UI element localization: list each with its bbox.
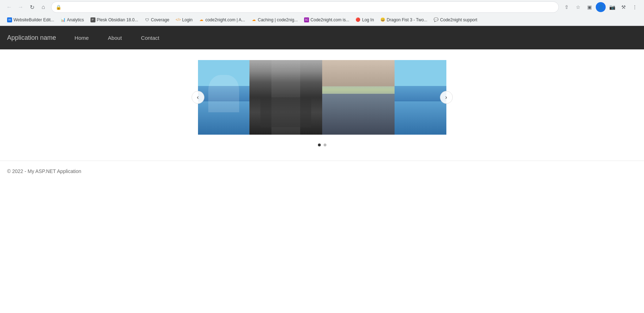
bookmark-code2night2[interactable]: SC Code2night.com is...: [301, 16, 352, 23]
bookmark-dragon[interactable]: 😀 Dragon Fist 3 - Two...: [378, 16, 430, 23]
camera-button[interactable]: 📷: [607, 2, 617, 12]
bookmark-label: Code2night.com is...: [310, 17, 349, 22]
website-content: Application name Home About Contact ‹: [0, 26, 644, 313]
bookmark-label: Plesk Obsidian 18.0...: [97, 17, 138, 22]
reload-button[interactable]: ↻: [27, 2, 37, 12]
favicon-support: 💬: [434, 17, 439, 22]
carousel-dot-1[interactable]: [318, 144, 321, 146]
bookmark-label: Dragon Fist 3 - Two...: [387, 17, 428, 22]
bookmark-label: Coverage: [151, 17, 169, 22]
favicon-dragon: 😀: [380, 17, 385, 22]
footer-text: © 2022 - My ASP.NET Application: [7, 168, 81, 174]
bookmark-coverage[interactable]: 🛡 Coverage: [142, 16, 172, 23]
browser-chrome: ← → ↻ ⌂ 🔒 localhost:44330 ⇧ ☆ ▣ 👤 📷 ⚒ ⋮ …: [0, 0, 644, 26]
site-navbar: Application name Home About Contact: [0, 26, 644, 49]
carousel-container: ‹: [0, 49, 644, 140]
bookmark-login[interactable]: </> Login: [173, 16, 195, 23]
url-input[interactable]: localhost:44330: [64, 5, 554, 10]
share-button[interactable]: ⇧: [562, 2, 572, 12]
favicon-code2night2: SC: [304, 17, 309, 22]
carousel-dots: [0, 140, 644, 153]
favicon-coverage: 🛡: [144, 17, 149, 22]
carousel-images: [198, 60, 446, 135]
bookmark-button[interactable]: ☆: [573, 2, 583, 12]
back-button[interactable]: ←: [4, 2, 14, 12]
nav-link-about[interactable]: About: [104, 32, 126, 44]
carousel-prev-button[interactable]: ‹: [192, 91, 204, 104]
carousel-wrapper: [198, 60, 446, 135]
browser-actions: ⇧ ☆ ▣ 👤 📷 ⚒ ⋮: [562, 2, 640, 12]
nav-buttons: ← → ↻ ⌂: [4, 2, 48, 12]
bookmark-label: Login: [182, 17, 192, 22]
site-footer: © 2022 - My ASP.NET Application: [0, 161, 644, 182]
bookmark-websitebuilder[interactable]: W WebsiteBuilder Edit...: [4, 16, 57, 23]
carousel-next-button[interactable]: ›: [440, 91, 453, 104]
site-brand: Application name: [7, 34, 56, 42]
favicon-websitebuilder: W: [7, 17, 12, 22]
extensions2-button[interactable]: ⚒: [618, 2, 628, 12]
favicon-login: </>: [176, 17, 181, 22]
bookmark-support[interactable]: 💬 Code2night support: [431, 16, 480, 23]
bookmark-analytics[interactable]: 📊 Analytics: [58, 16, 87, 23]
bookmark-login2[interactable]: 🔴 Log In: [353, 16, 376, 23]
bookmark-label: Analytics: [67, 17, 84, 22]
nav-link-home[interactable]: Home: [70, 32, 93, 44]
extensions-button[interactable]: ▣: [584, 2, 594, 12]
carousel-image-3: [322, 60, 395, 135]
forward-button[interactable]: →: [16, 2, 26, 12]
browser-top-bar: ← → ↻ ⌂ 🔒 localhost:44330 ⇧ ☆ ▣ 👤 📷 ⚒ ⋮: [0, 0, 644, 14]
nav-link-contact[interactable]: Contact: [137, 32, 164, 44]
bookmark-label: Log In: [362, 17, 374, 22]
bookmark-code2night1[interactable]: ☁ code2night.com | A...: [196, 16, 248, 23]
home-button[interactable]: ⌂: [38, 2, 48, 12]
bookmark-caching[interactable]: ☁ Caching | code2nig...: [249, 16, 301, 23]
bookmarks-bar: W WebsiteBuilder Edit... 📊 Analytics P P…: [0, 14, 644, 26]
carousel-image-1: [198, 60, 250, 135]
favicon-analytics: 📊: [61, 17, 66, 22]
profile-button[interactable]: 👤: [596, 2, 606, 12]
carousel-image-2: [249, 60, 322, 135]
bookmark-label: WebsiteBuilder Edit...: [13, 17, 54, 22]
carousel-image-4: [395, 60, 446, 135]
favicon-login2: 🔴: [356, 17, 360, 22]
carousel-dot-2[interactable]: [324, 144, 326, 146]
favicon-plesk: P: [90, 17, 95, 22]
bookmark-label: Caching | code2nig...: [258, 17, 298, 22]
bookmark-label: code2night.com | A...: [205, 17, 245, 22]
lock-icon: 🔒: [56, 5, 61, 10]
favicon-code2night1: ☁: [199, 17, 204, 22]
favicon-caching: ☁: [252, 17, 257, 22]
address-bar[interactable]: 🔒 localhost:44330: [51, 1, 559, 13]
menu-button[interactable]: ⋮: [630, 2, 640, 12]
bookmark-plesk[interactable]: P Plesk Obsidian 18.0...: [88, 16, 141, 23]
bookmark-label: Code2night support: [440, 17, 477, 22]
